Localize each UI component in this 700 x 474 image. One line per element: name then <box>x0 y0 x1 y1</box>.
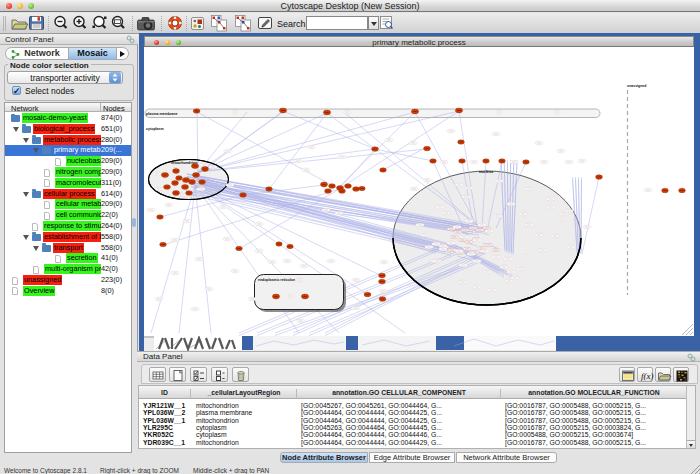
svg-text:endoplasmic reticulum: endoplasmic reticulum <box>258 278 296 282</box>
svg-text:plasma membrane: plasma membrane <box>146 112 178 116</box>
svg-text:nucleus: nucleus <box>479 170 493 174</box>
svg-text:unassigned: unassigned <box>627 84 646 88</box>
svg-text:cytoplasm: cytoplasm <box>146 127 164 131</box>
svg-text:f(x): f(x) <box>641 371 654 381</box>
